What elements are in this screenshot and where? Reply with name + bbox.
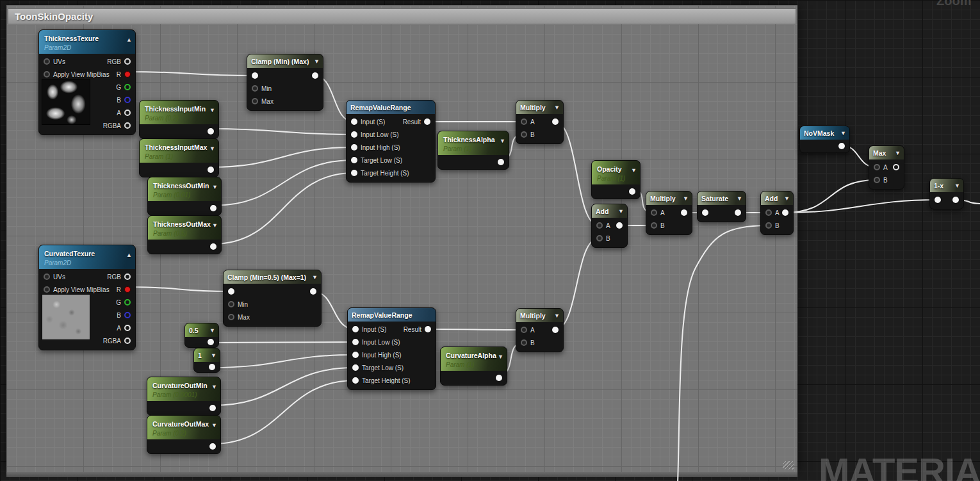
input-pin[interactable]	[228, 301, 234, 307]
dropdown-arrow-icon[interactable]: ▼	[895, 150, 901, 156]
dropdown-arrow-icon[interactable]: ▼	[840, 130, 846, 136]
input-pin[interactable]	[352, 326, 359, 332]
node-curvature-alpha[interactable]: CurvatureAlphaParam (1)▼	[440, 346, 507, 386]
dropdown-arrow-icon[interactable]: ▼	[554, 313, 560, 319]
input-pin[interactable]	[702, 209, 708, 216]
node-multiply-curvature[interactable]: Multiply▼AB	[516, 308, 564, 352]
output-pin[interactable]	[124, 273, 131, 280]
input-pin[interactable]	[352, 339, 359, 345]
node-saturate[interactable]: Saturate▼	[697, 191, 746, 222]
output-pin[interactable]	[209, 405, 216, 411]
dropdown-arrow-icon[interactable]: ▼	[211, 422, 217, 428]
input-pin[interactable]	[351, 118, 357, 125]
dropdown-arrow-icon[interactable]: ▼	[683, 195, 689, 202]
node-curvature-texture[interactable]: CurvatedTexureParam2D▲UVsRGBApply View M…	[38, 245, 136, 350]
output-pin[interactable]	[210, 205, 216, 211]
input-pin[interactable]	[352, 352, 359, 358]
input-pin[interactable]	[252, 98, 258, 104]
input-pin[interactable]	[765, 222, 772, 229]
collapse-arrow-icon[interactable]: ▲	[126, 37, 132, 43]
dropdown-arrow-icon[interactable]: ▼	[211, 352, 216, 359]
node-const-05[interactable]: 0.5▼	[184, 323, 219, 348]
output-pin[interactable]	[124, 122, 131, 129]
node-novmask[interactable]: NoVMask▼	[799, 126, 850, 153]
input-pin[interactable]	[44, 58, 50, 65]
output-pin[interactable]	[616, 222, 623, 229]
input-pin[interactable]	[351, 157, 357, 163]
output-pin[interactable]	[124, 312, 131, 318]
dropdown-arrow-icon[interactable]: ▼	[209, 145, 215, 152]
input-pin[interactable]	[765, 209, 772, 216]
output-pin[interactable]	[208, 167, 214, 173]
input-pin[interactable]	[521, 118, 527, 125]
node-curvature-out-min[interactable]: CurvatureOutMinParam (0.0001)▼	[147, 377, 221, 416]
input-pin[interactable]	[874, 164, 880, 170]
output-pin[interactable]	[124, 286, 131, 293]
input-pin[interactable]	[351, 131, 357, 138]
output-pin[interactable]	[782, 209, 788, 216]
input-pin[interactable]	[352, 377, 359, 384]
dropdown-arrow-icon[interactable]: ▼	[314, 58, 320, 65]
collapse-arrow-icon[interactable]: ▲	[126, 252, 132, 258]
output-pin[interactable]	[208, 128, 214, 135]
output-pin[interactable]	[425, 326, 431, 332]
dropdown-arrow-icon[interactable]: ▼	[618, 208, 624, 215]
output-pin[interactable]	[124, 84, 131, 90]
node-add-final[interactable]: Add▼AB	[760, 191, 794, 235]
input-pin[interactable]	[651, 209, 657, 216]
output-pin[interactable]	[124, 299, 131, 306]
output-pin[interactable]	[629, 188, 635, 195]
input-pin[interactable]	[252, 72, 258, 79]
input-pin[interactable]	[228, 288, 234, 295]
node-clamp-curvature[interactable]: Clamp (Min=0.5) (Max=1)▼MinMax	[223, 270, 322, 327]
output-pin[interactable]	[124, 58, 131, 65]
input-pin[interactable]	[44, 273, 50, 280]
output-pin[interactable]	[124, 97, 131, 103]
dropdown-arrow-icon[interactable]: ▼	[211, 384, 217, 390]
dropdown-arrow-icon[interactable]: ▼	[212, 184, 218, 190]
input-pin[interactable]	[521, 327, 527, 333]
output-pin[interactable]	[208, 339, 214, 345]
node-remap-curvature[interactable]: RemapValueRangeInput (S)ResultInput Low …	[347, 307, 436, 390]
node-multiply-final[interactable]: Multiply▼AB	[646, 191, 692, 235]
node-thickness-alpha[interactable]: ThicknessAlphaParam (1)▼	[437, 131, 509, 170]
output-pin[interactable]	[209, 443, 216, 450]
dropdown-arrow-icon[interactable]: ▼	[212, 222, 218, 229]
node-one-minus-x[interactable]: 1-x▼	[929, 178, 964, 209]
output-pin[interactable]	[124, 325, 131, 331]
dropdown-arrow-icon[interactable]: ▼	[209, 327, 215, 334]
dropdown-arrow-icon[interactable]: ▼	[312, 274, 318, 281]
dropdown-arrow-icon[interactable]: ▼	[631, 167, 637, 174]
dropdown-arrow-icon[interactable]: ▼	[209, 107, 215, 113]
output-pin[interactable]	[893, 164, 899, 170]
output-pin[interactable]	[124, 110, 131, 116]
node-thickness-input-min[interactable]: ThicknessInputMinParam (0.2)▼	[139, 100, 219, 139]
input-pin[interactable]	[596, 235, 603, 241]
input-pin[interactable]	[252, 85, 258, 92]
input-pin[interactable]	[651, 222, 657, 229]
node-multiply-thickness[interactable]: Multiply▼AB	[516, 100, 564, 144]
input-pin[interactable]	[352, 364, 359, 371]
output-pin[interactable]	[838, 143, 845, 149]
output-pin[interactable]	[735, 209, 741, 216]
dropdown-arrow-icon[interactable]: ▼	[498, 354, 503, 360]
output-pin[interactable]	[424, 118, 430, 125]
output-pin[interactable]	[310, 288, 316, 295]
input-pin[interactable]	[351, 170, 357, 176]
output-pin[interactable]	[312, 72, 318, 79]
output-pin[interactable]	[209, 364, 215, 370]
input-pin[interactable]	[351, 144, 357, 151]
input-pin[interactable]	[44, 71, 50, 77]
input-pin[interactable]	[44, 286, 50, 293]
input-pin[interactable]	[228, 314, 234, 320]
node-curvature-out-max[interactable]: CurvatureOutMaxParam (0.2)▼	[147, 415, 221, 454]
node-const-1[interactable]: 1▼	[193, 348, 220, 373]
output-pin[interactable]	[124, 71, 131, 77]
output-pin[interactable]	[681, 209, 687, 216]
node-clamp-thickness[interactable]: Clamp (Min) (Max)▼MinMax	[247, 54, 323, 111]
node-thickness-out-max[interactable]: ThicknessOutMaxParam (0.5)▼	[147, 215, 222, 254]
output-pin[interactable]	[552, 327, 559, 333]
node-thickness-input-max[interactable]: ThicknessInputMaxParam (1)▼	[139, 138, 219, 177]
dropdown-arrow-icon[interactable]: ▼	[784, 195, 790, 202]
node-thickness-texture[interactable]: ThicknessTexureParam2D▲UVsRGBApply View …	[38, 29, 136, 135]
